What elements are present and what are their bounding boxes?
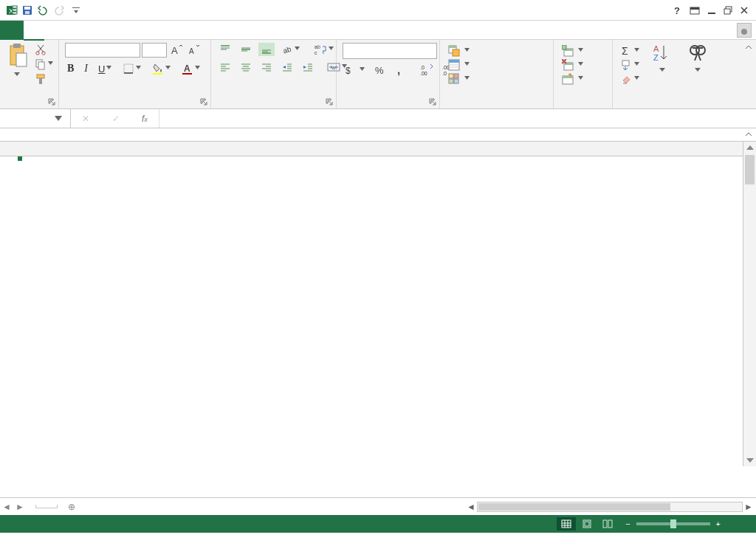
borders-button[interactable] — [120, 62, 144, 75]
horizontal-scrollbar[interactable]: ◄ ► — [78, 502, 756, 512]
align-left-button[interactable] — [217, 61, 233, 74]
wrap-text-button[interactable]: abc — [312, 43, 337, 56]
save-icon[interactable] — [22, 5, 32, 15]
zoom-slider[interactable] — [636, 522, 710, 525]
enter-icon[interactable]: ✓ — [112, 114, 120, 124]
scrollbar-thumb[interactable] — [745, 155, 755, 184]
font-size-combo[interactable] — [142, 43, 167, 58]
tab-home[interactable] — [24, 21, 44, 41]
tab-page-layout[interactable] — [65, 21, 86, 40]
orientation-button[interactable]: ab — [279, 43, 303, 56]
font-color-button[interactable]: A — [179, 62, 203, 75]
name-box[interactable] — [0, 109, 71, 128]
scroll-up-icon[interactable] — [743, 142, 756, 153]
scrollbar-thumb[interactable] — [478, 503, 670, 511]
cancel-icon[interactable]: ✕ — [82, 114, 89, 124]
format-painter-icon — [35, 73, 47, 85]
number-format-combo[interactable] — [343, 43, 437, 59]
copy-button[interactable] — [32, 58, 56, 71]
customize-qat-icon[interactable] — [72, 5, 80, 15]
autosum-button[interactable]: Σ — [619, 44, 642, 58]
paste-button[interactable] — [6, 43, 28, 104]
help-icon[interactable]: ? — [672, 5, 682, 15]
scroll-left-icon[interactable]: ◄ — [465, 502, 477, 512]
svg-rect-82 — [454, 79, 458, 83]
worksheet[interactable] — [0, 142, 756, 497]
scroll-right-icon[interactable]: ► — [743, 502, 755, 512]
name-box-input[interactable] — [3, 114, 55, 124]
align-bottom-button[interactable] — [258, 43, 275, 56]
fill-button[interactable] — [619, 58, 642, 72]
page-layout-view-button[interactable] — [577, 517, 597, 531]
zoom-in-button[interactable]: + — [716, 519, 721, 528]
sheet-nav-prev-icon[interactable]: ◄ — [0, 502, 13, 512]
increase-decimal-button[interactable]: .0.00 — [418, 63, 436, 77]
svg-text:%: % — [375, 65, 384, 76]
new-sheet-button[interactable]: ⊕ — [65, 502, 78, 512]
find-select-button[interactable] — [682, 43, 713, 104]
conditional-formatting-button[interactable] — [446, 44, 547, 58]
svg-rect-11 — [690, 7, 699, 10]
percent-button[interactable]: % — [372, 63, 388, 77]
collapse-ribbon-icon[interactable] — [744, 43, 753, 54]
align-center-button[interactable] — [238, 61, 254, 74]
minimize-icon[interactable] — [707, 6, 716, 15]
shrink-font-button[interactable]: A — [186, 44, 202, 57]
sort-filter-button[interactable]: AZ — [647, 43, 678, 104]
tab-review[interactable] — [127, 21, 148, 40]
align-right-button[interactable] — [258, 61, 275, 74]
undo-icon[interactable] — [37, 5, 50, 15]
delete-cells-button[interactable] — [560, 58, 606, 72]
svg-text:a: a — [332, 65, 335, 70]
sheet-tab[interactable] — [35, 505, 58, 508]
cut-button[interactable] — [32, 43, 56, 56]
vertical-scrollbar[interactable] — [743, 142, 756, 466]
fill-color-button[interactable] — [150, 62, 173, 75]
align-top-button[interactable] — [217, 43, 233, 56]
decrease-indent-button[interactable] — [279, 61, 295, 74]
grow-font-button[interactable]: A — [168, 44, 185, 57]
dialog-launcher-icon[interactable] — [326, 98, 333, 106]
bold-button[interactable]: B — [65, 62, 76, 75]
increase-indent-button[interactable] — [300, 61, 316, 74]
underline-button[interactable]: U — [96, 63, 114, 75]
dialog-launcher-icon[interactable] — [429, 98, 436, 106]
collapse-formula-bar-icon[interactable] — [744, 130, 753, 141]
zoom-out-button[interactable]: − — [625, 519, 630, 528]
paste-icon — [6, 43, 28, 69]
format-as-table-button[interactable] — [446, 58, 547, 72]
tab-view[interactable] — [148, 21, 168, 40]
italic-button[interactable]: I — [82, 62, 90, 75]
sign-in[interactable] — [732, 23, 756, 38]
formula-input[interactable] — [159, 109, 756, 128]
font-name-combo[interactable] — [65, 43, 140, 58]
svg-rect-81 — [449, 79, 453, 83]
redo-icon[interactable] — [55, 5, 68, 15]
close-icon[interactable] — [740, 6, 749, 15]
tab-file[interactable] — [0, 21, 24, 40]
restore-icon[interactable] — [724, 6, 732, 15]
ribbon-tabs — [0, 21, 756, 40]
group-label — [65, 104, 205, 108]
align-middle-button[interactable] — [238, 43, 254, 56]
tab-insert[interactable] — [44, 21, 65, 40]
format-cells-button[interactable] — [560, 72, 606, 86]
tab-formulas[interactable] — [86, 21, 106, 40]
accounting-format-button[interactable]: $ — [343, 63, 368, 77]
ribbon-display-options-icon[interactable] — [690, 5, 700, 15]
normal-view-button[interactable] — [557, 517, 576, 531]
sheet-nav-next-icon[interactable]: ► — [13, 502, 27, 512]
dialog-launcher-icon[interactable] — [200, 98, 207, 106]
svg-rect-17 — [16, 53, 27, 66]
insert-cells-button[interactable] — [560, 44, 606, 58]
title-bar: X ? — [0, 0, 756, 21]
dialog-launcher-icon[interactable] — [48, 98, 55, 106]
page-break-view-button[interactable] — [598, 517, 617, 531]
tab-data[interactable] — [106, 21, 127, 40]
format-painter-button[interactable] — [32, 72, 56, 86]
fx-icon[interactable]: fx — [142, 114, 148, 124]
clear-button[interactable] — [619, 72, 642, 86]
cell-styles-button[interactable] — [446, 72, 547, 86]
comma-button[interactable]: , — [393, 63, 409, 77]
scroll-down-icon[interactable] — [743, 455, 756, 466]
